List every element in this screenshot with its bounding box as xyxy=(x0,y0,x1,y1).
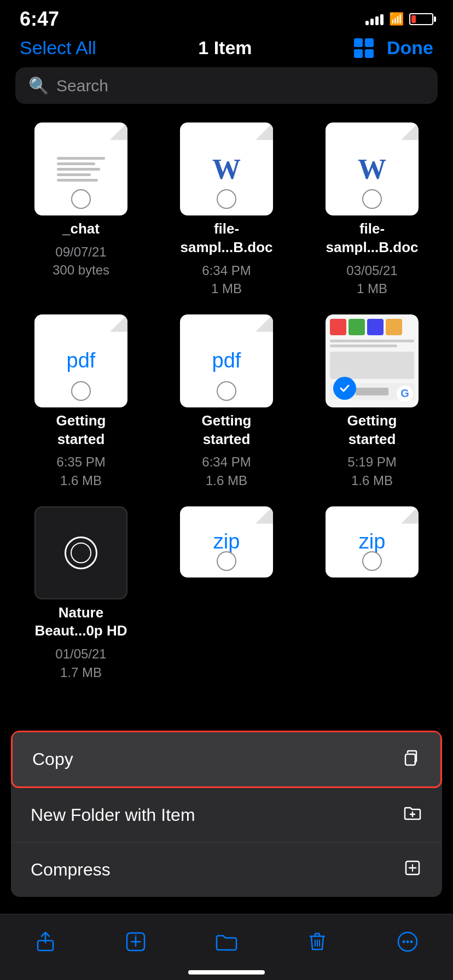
select-circle xyxy=(362,551,382,571)
context-menu-compress[interactable]: Compress xyxy=(11,843,442,897)
file-name: NatureBeaut...0p HD xyxy=(34,604,127,641)
list-item[interactable]: NatureBeaut...0p HD 01/05/211.7 MB xyxy=(11,501,151,687)
context-menu: Copy New Folder with Item Compress xyxy=(11,731,442,897)
search-input[interactable]: Search xyxy=(56,77,108,95)
file-name: file-sampl...B.doc xyxy=(326,220,418,257)
file-icon-chat xyxy=(34,122,127,215)
share-icon xyxy=(34,931,56,953)
nav-bar: Select All 1 Item Done xyxy=(0,33,453,67)
compress-label: Compress xyxy=(31,860,111,880)
file-icon-zip2: zip xyxy=(326,506,419,578)
nav-right: Done xyxy=(354,37,433,59)
share-button[interactable] xyxy=(26,925,65,958)
new-folder-label: New Folder with Item xyxy=(31,805,195,825)
file-icon-gs-preview: G xyxy=(326,314,419,407)
svg-rect-11 xyxy=(135,934,137,938)
file-meta: 6:34 PM1.6 MB xyxy=(202,453,251,489)
list-item[interactable]: zip xyxy=(302,501,442,687)
select-circle xyxy=(71,189,91,209)
svg-rect-0 xyxy=(405,754,415,765)
file-name: Gettingstarted xyxy=(347,412,397,449)
battery-icon xyxy=(409,13,433,25)
select-circle xyxy=(362,189,382,209)
status-bar: 6:47 📶 xyxy=(0,0,453,33)
copy-label: Copy xyxy=(32,749,73,769)
add-button[interactable] xyxy=(117,925,155,958)
search-icon: 🔍 xyxy=(28,76,49,95)
file-meta: 03/05/211 MB xyxy=(346,261,397,298)
svg-point-18 xyxy=(410,941,413,943)
file-meta: 6:34 PM1 MB xyxy=(202,261,251,298)
file-icon-zip1: zip xyxy=(180,506,273,578)
select-circle xyxy=(71,381,91,401)
file-preview xyxy=(48,148,114,190)
file-icon-word1: W xyxy=(180,122,273,215)
folder-icon xyxy=(214,931,239,953)
file-name: Gettingstarted xyxy=(202,412,252,449)
svg-point-16 xyxy=(403,941,405,943)
google-icon: G xyxy=(397,386,413,402)
add-icon xyxy=(125,931,147,953)
status-icons: 📶 xyxy=(365,12,433,26)
status-time: 6:47 xyxy=(20,8,59,31)
list-item[interactable]: W file-sampl...B.doc 03/05/211 MB xyxy=(302,117,442,304)
wifi-icon: 📶 xyxy=(389,12,404,26)
list-item[interactable]: _chat 09/07/21300 bytes xyxy=(11,117,151,304)
new-folder-icon xyxy=(403,803,422,827)
select-circle xyxy=(217,381,236,401)
compress-icon xyxy=(403,858,422,882)
list-item[interactable]: W file-sampl...B.doc 6:34 PM1 MB xyxy=(156,117,297,304)
file-icon-nature xyxy=(34,506,127,599)
more-icon xyxy=(397,931,419,953)
home-indicator xyxy=(188,970,265,975)
context-menu-copy[interactable]: Copy xyxy=(11,731,442,788)
select-circle xyxy=(217,189,236,209)
select-all-button[interactable]: Select All xyxy=(20,37,96,59)
select-circle xyxy=(217,551,236,571)
checkmark-badge xyxy=(333,377,356,400)
file-name: file-sampl...B.doc xyxy=(180,220,272,257)
file-icon-word2: W xyxy=(326,122,419,215)
file-icon-pdf2: pdf xyxy=(180,314,273,407)
file-name: Gettingstarted xyxy=(56,412,106,449)
browse-button[interactable] xyxy=(207,925,246,958)
trash-icon xyxy=(307,931,328,953)
list-item[interactable]: pdf Gettingstarted 6:34 PM1.6 MB xyxy=(156,309,297,495)
context-menu-new-folder[interactable]: New Folder with Item xyxy=(11,788,442,843)
svg-point-17 xyxy=(406,941,409,943)
list-item[interactable]: zip xyxy=(156,501,297,687)
page-title: 1 Item xyxy=(198,37,252,59)
file-icon-pdf1: pdf xyxy=(34,314,127,407)
list-item[interactable]: G Gettingstarted 5:19 PM1.6 MB xyxy=(302,309,442,495)
file-meta: 5:19 PM1.6 MB xyxy=(347,453,396,489)
files-grid: _chat 09/07/21300 bytes W file-sampl...B… xyxy=(0,117,453,687)
delete-button[interactable] xyxy=(298,925,336,958)
list-item[interactable]: pdf Gettingstarted 6:35 PM1.6 MB xyxy=(11,309,151,495)
more-button[interactable] xyxy=(388,925,427,958)
grid-view-button[interactable] xyxy=(354,38,374,58)
search-bar[interactable]: 🔍 Search xyxy=(15,67,438,104)
signal-icon xyxy=(365,13,384,25)
file-meta: 6:35 PM1.6 MB xyxy=(56,453,105,489)
copy-icon xyxy=(401,748,421,771)
done-button[interactable]: Done xyxy=(387,37,433,59)
file-meta: 01/05/211.7 MB xyxy=(55,645,106,681)
file-name: _chat xyxy=(62,220,100,238)
file-meta: 09/07/21300 bytes xyxy=(53,243,109,279)
video-icon xyxy=(65,536,97,569)
